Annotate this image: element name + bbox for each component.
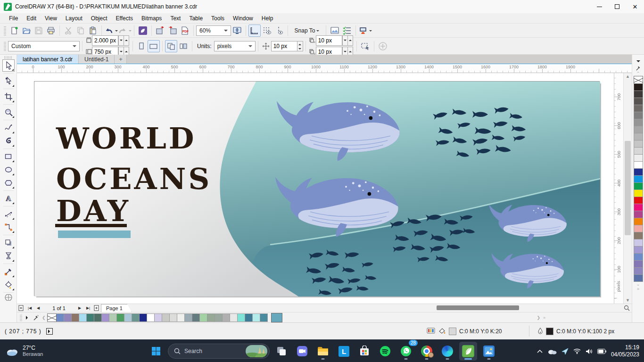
add-properties-button[interactable] bbox=[377, 40, 389, 52]
color-eyedropper-tool[interactable] bbox=[2, 265, 15, 278]
color-swatch[interactable] bbox=[245, 313, 253, 322]
last-page-button[interactable]: ▶| bbox=[84, 304, 92, 312]
menu-item[interactable]: Layout bbox=[61, 15, 87, 22]
task-view-button[interactable] bbox=[272, 342, 290, 361]
color-swatch[interactable] bbox=[634, 168, 643, 176]
color-swatch[interactable] bbox=[634, 83, 643, 91]
task-settings-button[interactable] bbox=[341, 25, 353, 37]
import-button[interactable] bbox=[154, 25, 166, 37]
color-swatch[interactable] bbox=[634, 161, 643, 169]
taskbar-search-box[interactable]: Search bbox=[168, 344, 270, 359]
taskbar-clock[interactable]: 15:19 04/05/2023 bbox=[611, 344, 639, 358]
paste-button[interactable] bbox=[87, 25, 99, 37]
color-swatch[interactable] bbox=[634, 154, 643, 162]
show-guidelines-button[interactable] bbox=[273, 25, 285, 37]
menu-item[interactable]: Edit bbox=[22, 15, 41, 22]
outline-color-swatch[interactable] bbox=[546, 328, 553, 335]
chat-button[interactable] bbox=[293, 342, 311, 361]
edge-button[interactable] bbox=[438, 342, 456, 361]
color-swatch[interactable] bbox=[634, 274, 643, 282]
new-document-tab-button[interactable]: + bbox=[115, 55, 127, 64]
add-page-after-button[interactable] bbox=[92, 304, 101, 312]
add-page-before-button[interactable] bbox=[17, 304, 25, 312]
color-swatch[interactable] bbox=[634, 133, 643, 140]
color-swatch[interactable] bbox=[634, 98, 643, 105]
color-swatch[interactable] bbox=[56, 313, 64, 322]
color-swatch[interactable] bbox=[260, 313, 268, 322]
color-swatch[interactable] bbox=[116, 313, 124, 322]
whatsapp-button[interactable]: 28 bbox=[397, 342, 415, 361]
menu-item[interactable]: Window bbox=[229, 15, 257, 22]
color-swatch[interactable] bbox=[634, 112, 643, 119]
options-button[interactable] bbox=[329, 25, 341, 37]
portrait-button[interactable] bbox=[135, 40, 148, 52]
spotify-button[interactable] bbox=[376, 342, 394, 361]
right-palette-eyedropper-icon[interactable] bbox=[636, 65, 641, 71]
ellipse-tool[interactable] bbox=[2, 164, 15, 176]
zoom-tool[interactable] bbox=[2, 106, 15, 118]
menu-item[interactable]: Effects bbox=[112, 15, 137, 22]
vertical-scroll-thumb[interactable] bbox=[625, 141, 631, 235]
color-swatch[interactable] bbox=[634, 197, 643, 204]
close-button[interactable]: ✕ bbox=[626, 0, 644, 13]
color-swatch[interactable] bbox=[634, 126, 643, 133]
publish-to-pdf-button[interactable]: PDF bbox=[179, 25, 191, 37]
color-swatch[interactable] bbox=[94, 313, 102, 322]
first-page-button[interactable]: |◀ bbox=[25, 304, 34, 312]
application-launcher-button[interactable] bbox=[137, 25, 149, 37]
color-swatch[interactable] bbox=[634, 105, 643, 112]
l-app-button[interactable]: L bbox=[335, 342, 353, 361]
battery-icon[interactable] bbox=[597, 349, 606, 354]
color-swatch[interactable] bbox=[634, 246, 643, 254]
color-swatch[interactable] bbox=[634, 225, 643, 232]
freehand-tool[interactable] bbox=[2, 122, 15, 134]
color-swatch[interactable] bbox=[192, 313, 200, 322]
interactive-fill-tool[interactable] bbox=[2, 294, 15, 301]
color-swatch[interactable] bbox=[79, 313, 87, 322]
color-swatch[interactable] bbox=[162, 313, 170, 322]
start-button[interactable] bbox=[147, 342, 165, 361]
palette-drag-handle[interactable] bbox=[20, 314, 22, 321]
units-select[interactable]: pixels bbox=[214, 41, 256, 51]
coords-flyout-button[interactable] bbox=[46, 328, 53, 335]
search-daily-image[interactable] bbox=[246, 345, 267, 357]
color-swatch[interactable] bbox=[634, 119, 643, 126]
right-palette-scroll-down[interactable]: ⌄ bbox=[636, 282, 640, 287]
crop-tool[interactable] bbox=[2, 90, 15, 103]
menu-item[interactable]: Table bbox=[185, 15, 207, 22]
color-swatch[interactable] bbox=[634, 239, 643, 247]
color-swatch[interactable] bbox=[101, 313, 109, 322]
launch-button[interactable] bbox=[358, 25, 372, 37]
color-swatch[interactable] bbox=[230, 313, 238, 322]
all-pages-button[interactable] bbox=[165, 40, 177, 52]
fill-color-swatch[interactable] bbox=[449, 328, 456, 335]
right-palette-scroll-up[interactable]: ⌃ bbox=[636, 71, 640, 76]
palette-eyedropper-icon[interactable] bbox=[33, 314, 39, 321]
current-page-button[interactable] bbox=[177, 40, 190, 52]
document-tab-active[interactable]: latihan banner 3.cdr bbox=[17, 55, 79, 64]
no-color-swatch[interactable] bbox=[47, 313, 57, 322]
color-swatch[interactable] bbox=[634, 218, 643, 225]
color-swatch[interactable] bbox=[139, 313, 147, 322]
transparency-tool[interactable] bbox=[2, 250, 15, 262]
dimension-tool[interactable] bbox=[2, 208, 15, 220]
previous-page-button[interactable]: ◀ bbox=[34, 304, 42, 312]
volume-icon[interactable] bbox=[586, 348, 593, 354]
color-swatch[interactable] bbox=[634, 204, 643, 211]
page-preset-select[interactable]: Custom bbox=[8, 41, 80, 51]
color-swatch[interactable] bbox=[124, 313, 132, 322]
color-swatch[interactable] bbox=[132, 313, 140, 322]
color-swatch[interactable] bbox=[215, 313, 223, 322]
propbar-drag-handle[interactable] bbox=[4, 41, 6, 51]
color-swatch[interactable] bbox=[634, 182, 643, 190]
zoom-corner-button[interactable] bbox=[621, 304, 632, 312]
color-swatch[interactable] bbox=[634, 232, 643, 239]
horizontal-ruler[interactable]: 0100200300400500600700800900100011001200… bbox=[17, 64, 632, 73]
vertical-ruler[interactable]: pixels 700600500400300200100 bbox=[614, 73, 623, 304]
right-no-color-swatch[interactable] bbox=[634, 76, 643, 84]
page-width-input[interactable] bbox=[92, 35, 118, 46]
next-page-button[interactable]: ▶ bbox=[75, 304, 84, 312]
color-swatch[interactable] bbox=[252, 313, 260, 322]
vertical-scrollbar[interactable]: ▲ ▼ bbox=[623, 73, 632, 304]
nudge-distance-input[interactable] bbox=[271, 41, 297, 51]
